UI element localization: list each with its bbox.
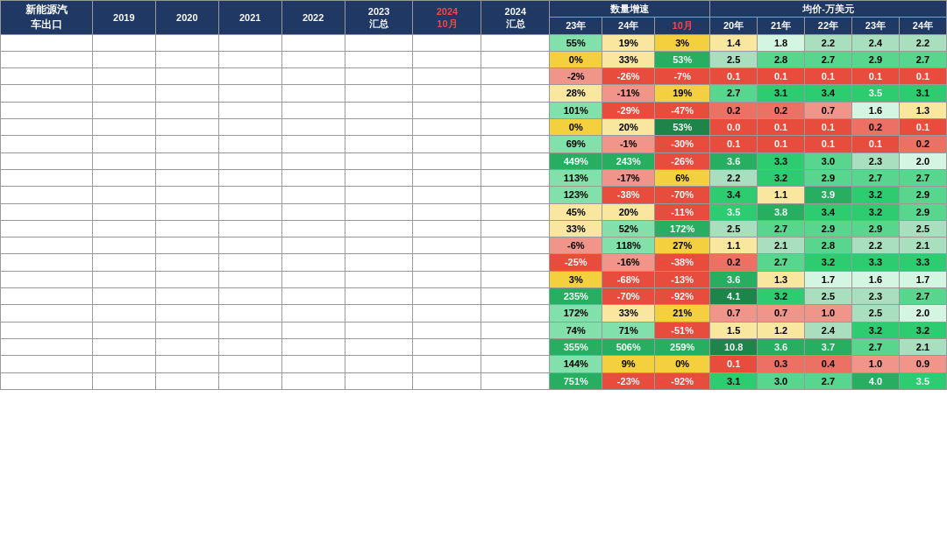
empty-cell-12-4 xyxy=(281,237,345,254)
empty-cell-8-7 xyxy=(481,169,550,186)
empty-cell-3-6 xyxy=(413,85,481,102)
speed-oct-cell: -51% xyxy=(655,322,710,338)
price-21-cell: 0.1 xyxy=(758,136,805,152)
speed-oct-cell: -13% xyxy=(655,271,710,287)
speed-23-cell: 55% xyxy=(550,34,602,51)
speed-23-cell: 123% xyxy=(550,187,602,203)
speed-23-cell: 172% xyxy=(550,305,602,322)
table-row: 144%9%0%0.10.30.41.00.9 xyxy=(1,356,947,372)
empty-cell-6-0 xyxy=(1,136,93,152)
empty-cell-6-2 xyxy=(155,136,218,152)
speed-24-cell: 506% xyxy=(602,338,655,355)
speed-23-cell: 101% xyxy=(550,102,602,118)
empty-cell-14-2 xyxy=(155,271,218,287)
price-23-cell: 2.9 xyxy=(851,51,899,67)
empty-cell-18-7 xyxy=(481,338,550,355)
empty-cell-13-0 xyxy=(1,254,93,271)
empty-cell-18-6 xyxy=(413,338,481,355)
price-20-cell: 0.1 xyxy=(710,68,758,85)
price-20-cell: 3.1 xyxy=(710,372,758,389)
speed-23-cell: 28% xyxy=(550,85,602,102)
speed-23-cell: 3% xyxy=(550,271,602,287)
speed-24-cell: -16% xyxy=(602,254,655,271)
empty-cell-2-6 xyxy=(413,68,481,85)
table-title: 新能源汽车出口 xyxy=(1,1,93,35)
year-2024-total: 2024汇总 xyxy=(481,1,550,35)
speed-oct-cell: 172% xyxy=(655,220,710,237)
empty-cell-12-1 xyxy=(92,237,155,254)
speed-23-cell: -6% xyxy=(550,237,602,254)
price-20-cell: 1.4 xyxy=(710,34,758,51)
empty-cell-3-3 xyxy=(218,85,281,102)
speed-oct-cell: 19% xyxy=(655,85,710,102)
price-24-cell: 1.7 xyxy=(899,271,946,287)
speed-23-cell: 74% xyxy=(550,322,602,338)
price-21-cell: 0.2 xyxy=(758,102,805,118)
speed-24-cell: -17% xyxy=(602,169,655,186)
empty-cell-8-0 xyxy=(1,169,93,186)
empty-cell-10-1 xyxy=(92,203,155,220)
price-22-cell: 2.2 xyxy=(805,34,852,51)
empty-cell-16-6 xyxy=(413,305,481,322)
empty-cell-9-1 xyxy=(92,187,155,203)
empty-cell-1-7 xyxy=(481,51,550,67)
empty-cell-6-5 xyxy=(345,136,413,152)
table-row: 28%-11%19%2.73.13.43.53.1 xyxy=(1,85,947,102)
speed-23-cell: -2% xyxy=(550,68,602,85)
empty-cell-10-2 xyxy=(155,203,218,220)
speed-24-cell: -26% xyxy=(602,68,655,85)
empty-cell-11-1 xyxy=(92,220,155,237)
empty-cell-5-7 xyxy=(481,119,550,136)
speed-23-cell: -25% xyxy=(550,254,602,271)
speed-oct-cell: 27% xyxy=(655,237,710,254)
empty-cell-14-3 xyxy=(218,271,281,287)
price-24-cell: 2.7 xyxy=(899,169,946,186)
price-24-cell: 3.1 xyxy=(899,85,946,102)
empty-cell-16-2 xyxy=(155,305,218,322)
year-2019: 2019 xyxy=(92,1,155,35)
price-23-header: 23年 xyxy=(851,18,899,34)
empty-cell-3-0 xyxy=(1,85,93,102)
price-20-cell: 0.0 xyxy=(710,119,758,136)
empty-cell-2-4 xyxy=(281,68,345,85)
speed-24-cell: 33% xyxy=(602,51,655,67)
table-row: 45%20%-11%3.53.83.43.22.9 xyxy=(1,203,947,220)
price-23-cell: 2.7 xyxy=(851,338,899,355)
empty-cell-4-5 xyxy=(345,102,413,118)
empty-cell-17-6 xyxy=(413,322,481,338)
speed-oct-cell: -70% xyxy=(655,187,710,203)
price-20-cell: 0.1 xyxy=(710,136,758,152)
empty-cell-19-6 xyxy=(413,356,481,372)
speed-oct-cell: 6% xyxy=(655,169,710,186)
price-21-cell: 1.2 xyxy=(758,322,805,338)
empty-cell-12-7 xyxy=(481,237,550,254)
empty-cell-7-1 xyxy=(92,152,155,169)
price-23-cell: 2.2 xyxy=(851,237,899,254)
price-21-cell: 0.1 xyxy=(758,68,805,85)
empty-cell-9-5 xyxy=(345,187,413,203)
empty-cell-12-3 xyxy=(218,237,281,254)
price-22-cell: 3.9 xyxy=(805,187,852,203)
empty-cell-5-2 xyxy=(155,119,218,136)
empty-cell-12-0 xyxy=(1,237,93,254)
price-22-cell: 3.4 xyxy=(805,203,852,220)
empty-cell-0-4 xyxy=(281,34,345,51)
table-row: 0%33%53%2.52.82.72.92.7 xyxy=(1,51,947,67)
empty-cell-13-4 xyxy=(281,254,345,271)
empty-cell-0-7 xyxy=(481,34,550,51)
empty-cell-5-3 xyxy=(218,119,281,136)
speed-oct-cell: 0% xyxy=(655,356,710,372)
empty-cell-5-5 xyxy=(345,119,413,136)
price-20-cell: 0.2 xyxy=(710,102,758,118)
empty-cell-11-2 xyxy=(155,220,218,237)
empty-cell-0-2 xyxy=(155,34,218,51)
empty-cell-4-6 xyxy=(413,102,481,118)
empty-cell-8-2 xyxy=(155,169,218,186)
price-23-cell: 4.0 xyxy=(851,372,899,389)
empty-cell-18-0 xyxy=(1,338,93,355)
speed-23-cell: 113% xyxy=(550,169,602,186)
price-24-cell: 2.9 xyxy=(899,203,946,220)
empty-cell-18-1 xyxy=(92,338,155,355)
price-24-cell: 0.9 xyxy=(899,356,946,372)
empty-cell-7-3 xyxy=(218,152,281,169)
